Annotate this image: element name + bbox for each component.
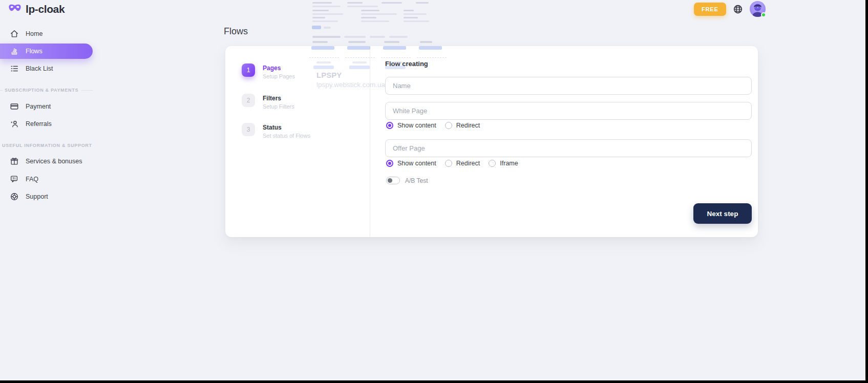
- step-subtitle: Setup Filters: [263, 103, 294, 110]
- offer-page-radio-group: Show contentRedirectIframe: [386, 160, 518, 167]
- sidebar-item-label: Payment: [26, 103, 51, 110]
- online-status-dot: [761, 12, 766, 17]
- ab-test-label: A/B Test: [405, 177, 428, 184]
- sidebar-item-services-bonuses[interactable]: Services & bonuses: [0, 154, 93, 169]
- radio-option-show-content[interactable]: Show content: [386, 160, 436, 167]
- svg-text:?!: ?!: [12, 177, 16, 180]
- step-title: Pages: [263, 63, 295, 72]
- sidebar-section-subscription: SUBSCRIPTION & PAYMENTS: [0, 88, 93, 93]
- lifebuoy-icon: [9, 192, 19, 202]
- sidebar-item-label: Services & bonuses: [26, 158, 82, 165]
- app-name: lp-cloak: [26, 3, 65, 15]
- name-input[interactable]: [385, 77, 752, 95]
- white-page-input[interactable]: [385, 102, 752, 120]
- ab-test-toggle[interactable]: [386, 177, 400, 184]
- card-divider: [370, 46, 370, 237]
- sidebar-item-support[interactable]: Support: [0, 189, 93, 204]
- language-globe-icon[interactable]: [733, 4, 743, 14]
- topbar: FREE: [694, 1, 766, 17]
- sidebar-item-black-list[interactable]: Black List: [0, 61, 93, 76]
- radio-selected-icon[interactable]: [386, 160, 393, 167]
- flow-form: Flow creating Show contentRedirect Show …: [385, 46, 752, 237]
- white-page-radio-group: Show contentRedirect: [386, 122, 480, 129]
- step-title: Filters: [263, 94, 294, 102]
- plan-badge[interactable]: FREE: [694, 3, 726, 16]
- screen-edge-bottom: [0, 380, 868, 383]
- sidebar-item-label: Referrals: [26, 120, 52, 127]
- toggle-knob: [388, 178, 392, 183]
- radio-option-show-content[interactable]: Show content: [386, 122, 436, 129]
- sidebar-item-flows[interactable]: Flows: [0, 44, 93, 59]
- mask-icon: [8, 3, 22, 15]
- form-title: Flow creating: [385, 60, 428, 68]
- list-icon: [9, 64, 19, 74]
- radio-unselected-icon[interactable]: [489, 160, 496, 167]
- sidebar-section-support: USEFUL INFORMATION & SUPPORT: [0, 143, 93, 148]
- radio-label: Show content: [397, 122, 436, 129]
- sidebar-item-label: Support: [26, 193, 48, 200]
- radio-option-iframe[interactable]: Iframe: [489, 160, 518, 167]
- sidebar-item-label: Black List: [26, 65, 53, 72]
- next-step-button[interactable]: Next step: [693, 203, 752, 224]
- radio-unselected-icon[interactable]: [445, 160, 452, 167]
- wizard-step-status[interactable]: 3 Status Set status of Flows: [242, 123, 310, 139]
- radio-selected-icon[interactable]: [386, 122, 393, 129]
- credit-card-icon: [9, 102, 19, 112]
- gift-icon: [9, 157, 19, 166]
- sidebar-item-label: Flows: [26, 48, 43, 55]
- step-number-badge: 3: [242, 123, 255, 136]
- step-subtitle: Setup Pages: [263, 73, 295, 79]
- referral-user-icon: [9, 119, 19, 129]
- wizard-step-filters[interactable]: 2 Filters Setup Filters: [242, 94, 294, 110]
- sidebar-item-referrals[interactable]: Referrals: [0, 116, 93, 132]
- home-icon: [9, 29, 19, 39]
- radio-option-redirect[interactable]: Redirect: [445, 160, 480, 167]
- radio-label: Redirect: [456, 122, 480, 129]
- step-number-badge: 1: [242, 63, 255, 77]
- user-avatar[interactable]: [750, 1, 766, 17]
- step-number-badge: 2: [242, 94, 255, 107]
- sidebar-item-label: FAQ: [26, 176, 38, 183]
- wizard-step-pages[interactable]: 1 Pages Setup Pages: [242, 63, 295, 79]
- radio-label: Redirect: [456, 160, 480, 167]
- radio-option-redirect[interactable]: Redirect: [445, 122, 480, 129]
- faq-chat-icon: ?!: [9, 175, 19, 184]
- offer-page-input[interactable]: [385, 139, 752, 157]
- sidebar-item-faq[interactable]: ?! FAQ: [0, 172, 93, 187]
- step-title: Status: [263, 123, 310, 131]
- radio-label: Iframe: [500, 160, 518, 167]
- radio-unselected-icon[interactable]: [445, 122, 452, 129]
- sidebar-item-label: Home: [26, 30, 43, 37]
- flow-creating-card: 1 Pages Setup Pages 2 Filters Setup Filt…: [225, 46, 758, 237]
- sidebar-item-home[interactable]: Home: [0, 26, 93, 41]
- flows-icon: [9, 47, 19, 56]
- page-title: Flows: [224, 26, 248, 37]
- radio-label: Show content: [397, 160, 436, 167]
- app-logo[interactable]: lp-cloak: [8, 3, 65, 15]
- screen-edge-right: [865, 0, 868, 383]
- sidebar-item-payment[interactable]: Payment: [0, 99, 93, 114]
- sidebar: lp-cloak Home Flows Black List: [0, 0, 93, 383]
- ab-test-toggle-row[interactable]: A/B Test: [386, 177, 428, 184]
- step-subtitle: Set status of Flows: [263, 133, 310, 139]
